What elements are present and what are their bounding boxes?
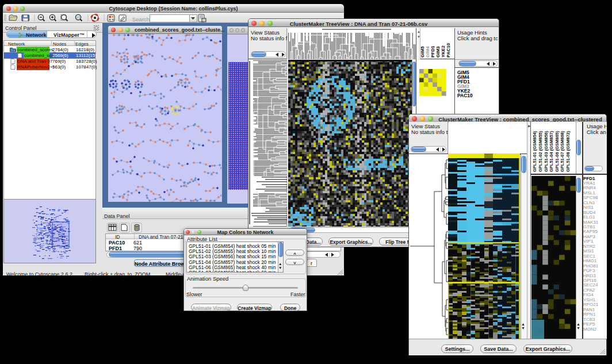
svg-text:GPL51-03 (GSM856): GPL51-03 (GSM856) xyxy=(544,131,549,172)
svg-text:GPL51-08 (GSM872): GPL51-08 (GSM872) xyxy=(565,131,571,172)
svg-text:GPL51-06 (GSM865): GPL51-06 (GSM865) xyxy=(554,131,560,172)
svg-text:GPL51-01 (GSM854): GPL51-01 (GSM854) xyxy=(532,131,537,172)
svg-text:GPL51-07 (GSM868): GPL51-07 (GSM868) xyxy=(560,131,565,172)
svg-text:GPL51-04 (GSM857): GPL51-04 (GSM857) xyxy=(549,131,554,172)
svg-text:GPL51-02 (GSM855): GPL51-02 (GSM855) xyxy=(538,131,543,172)
